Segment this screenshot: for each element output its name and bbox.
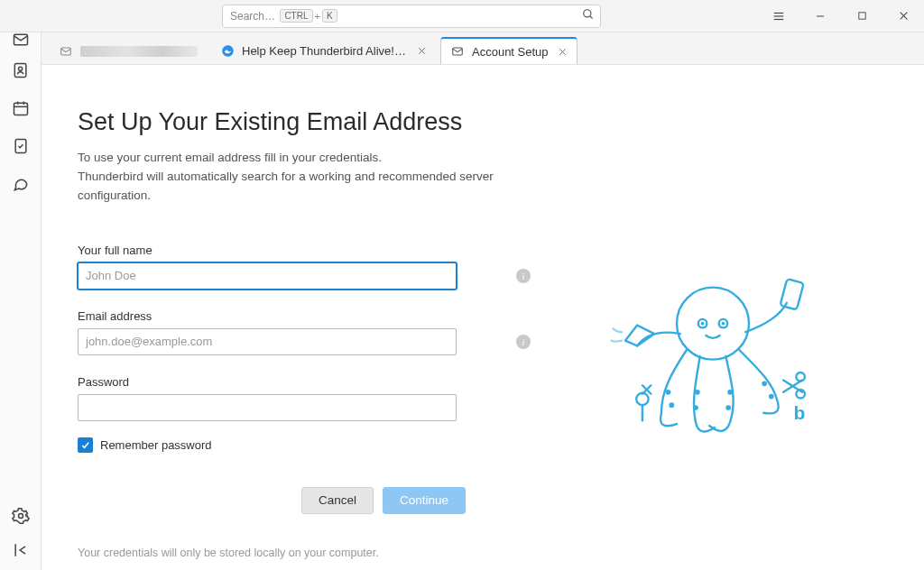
thunderbird-logo-icon <box>221 44 235 59</box>
tab-account-label-blurred <box>80 46 198 57</box>
global-search[interactable]: Search… CTRL + K <box>222 5 601 28</box>
tab-help-label: Help Keep Thunderbird Alive! — Th <box>242 44 408 58</box>
remember-password-checkbox[interactable]: Remember password <box>78 437 538 453</box>
svg-point-41 <box>796 372 805 382</box>
calendar-space-icon[interactable] <box>10 97 32 119</box>
window-maximize-button[interactable] <box>841 0 882 32</box>
svg-point-37 <box>762 381 767 386</box>
svg-point-33 <box>695 390 700 395</box>
account-setup-icon <box>450 44 465 59</box>
setup-illustration: b <box>538 92 888 570</box>
credentials-footnote: Your credentials will only be stored loc… <box>78 547 538 559</box>
search-icon <box>582 8 595 23</box>
tab-account-setup-close-icon[interactable] <box>558 47 568 57</box>
page-description-line2: Thunderbird will automatically search fo… <box>78 170 494 202</box>
email-input[interactable] <box>78 328 457 355</box>
continue-button[interactable]: Continue <box>383 487 466 514</box>
svg-point-0 <box>584 10 591 17</box>
svg-point-30 <box>722 322 725 326</box>
email-info-icon[interactable]: i <box>516 335 531 349</box>
svg-rect-39 <box>780 279 803 309</box>
svg-rect-6 <box>858 13 864 19</box>
svg-point-17 <box>18 514 23 519</box>
cancel-button[interactable]: Cancel <box>301 487 374 514</box>
cancel-button-label: Cancel <box>319 493 356 507</box>
svg-rect-12 <box>14 103 27 115</box>
full-name-info-icon[interactable]: i <box>516 269 531 283</box>
search-shortcut-key2: K <box>322 9 337 23</box>
mail-space-icon[interactable] <box>10 29 32 51</box>
tab-help-keep-alive[interactable]: Help Keep Thunderbird Alive! — Th <box>211 37 437 64</box>
page-description-line1: To use your current email address fill i… <box>78 151 382 164</box>
tab-account-setup-label: Account Setup <box>472 45 549 59</box>
search-shortcut-plus: + <box>315 11 320 22</box>
tab-account-setup[interactable]: Account Setup <box>440 37 578 64</box>
svg-point-36 <box>725 405 731 410</box>
app-menu-button[interactable] <box>758 0 799 32</box>
password-input[interactable] <box>78 394 457 421</box>
email-label: Email address <box>78 309 538 323</box>
search-placeholder-text: Search… <box>230 10 275 23</box>
page-title: Set Up Your Existing Email Address <box>78 108 538 136</box>
collapse-toolbar-icon[interactable] <box>10 539 32 561</box>
spaces-toolbar <box>0 32 42 570</box>
address-book-space-icon[interactable] <box>10 60 32 81</box>
svg-point-31 <box>666 390 671 395</box>
svg-line-1 <box>590 16 593 19</box>
tab-account[interactable] <box>49 37 208 64</box>
svg-point-34 <box>693 405 698 410</box>
window-titlebar: Search… CTRL + K <box>0 0 924 32</box>
page-description: To use your current email address fill i… <box>78 149 538 206</box>
svg-point-11 <box>18 67 22 70</box>
checkbox-checked-icon <box>78 437 93 453</box>
svg-point-35 <box>727 390 733 395</box>
svg-text:b: b <box>794 402 806 423</box>
svg-point-32 <box>669 402 674 408</box>
account-placeholder-icon <box>59 44 73 59</box>
search-shortcut-key1: CTRL <box>280 9 312 23</box>
full-name-label: Your full name <box>78 244 538 257</box>
tab-strip: Help Keep Thunderbird Alive! — Th Accoun… <box>42 32 924 65</box>
password-label: Password <box>78 375 538 389</box>
tasks-space-icon[interactable] <box>10 135 32 157</box>
svg-point-28 <box>701 322 705 326</box>
window-close-button[interactable] <box>882 0 924 32</box>
continue-button-label: Continue <box>400 493 448 507</box>
window-minimize-button[interactable] <box>799 0 841 32</box>
full-name-input[interactable] <box>78 262 457 290</box>
svg-point-38 <box>769 394 774 400</box>
chat-space-icon[interactable] <box>10 173 32 195</box>
settings-space-icon[interactable] <box>10 505 32 527</box>
tab-help-close-icon[interactable] <box>417 46 427 56</box>
remember-password-label: Remember password <box>100 438 212 452</box>
